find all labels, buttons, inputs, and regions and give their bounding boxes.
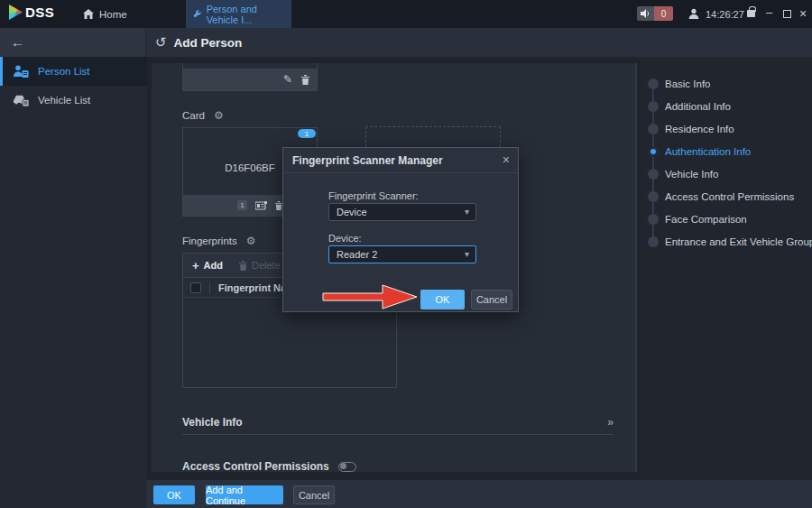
lock-icon[interactable] [747, 10, 755, 17]
access-control-toggle[interactable] [338, 462, 356, 472]
clock-time: 14:26:27 [706, 9, 744, 20]
column-separator [209, 282, 210, 294]
tab-home-label: Home [99, 9, 127, 20]
card-label-text: Card [182, 110, 205, 121]
vehicle-list-icon [14, 95, 29, 106]
sidebar-item-vehicle-list[interactable]: Vehicle List [0, 86, 147, 115]
nav-item-label: Additional Info [665, 101, 731, 112]
nav-item-label: Authentication Info [665, 146, 751, 157]
device-field-label: Device: [328, 233, 362, 244]
fingerprint-scanner-select-value: Device [337, 207, 367, 217]
person-list-icon [14, 65, 29, 78]
card-reader-icon[interactable] [255, 201, 267, 210]
fingerprints-label-text: Fingerprints [182, 236, 237, 246]
delete-trash-icon[interactable] [301, 75, 309, 85]
nav-dot-icon [648, 124, 659, 134]
device-select-value: Reader 2 [337, 249, 377, 260]
add-button-label: Add [204, 260, 223, 271]
delete-button-label: Delete [252, 260, 281, 271]
fingerprint-add-button[interactable]: + Add [192, 259, 223, 272]
alert-count-badge: 0 [654, 6, 673, 21]
card-settings-gear-icon[interactable]: ⚙ [214, 109, 224, 122]
alert-sound-widget[interactable]: 0 [637, 6, 673, 21]
nav-dot-icon [648, 236, 659, 247]
return-icon[interactable]: ↺ [155, 34, 167, 51]
page-header: ← ↺ Add Person [0, 28, 812, 57]
sidebar-header: ← [0, 28, 146, 57]
form-footer-bar: OK Add and Continue Cancel [147, 480, 812, 508]
edit-pencil-icon[interactable]: ✎ [283, 73, 292, 86]
dss-logo-icon [9, 5, 23, 20]
tab-person-and-vehicle[interactable]: Person and Vehicle I... [186, 0, 291, 28]
tab-person-and-vehicle-label: Person and Vehicle I... [207, 4, 284, 25]
add-and-continue-button[interactable]: Add and Continue [206, 485, 283, 504]
nav-dot-icon [648, 191, 659, 202]
ok-button[interactable]: OK [153, 485, 195, 504]
plus-icon: + [192, 259, 199, 272]
fingerprint-scanner-select[interactable]: Device ▾ [328, 203, 476, 221]
home-icon [83, 9, 94, 19]
left-sidebar: Person List Vehicle List [0, 57, 147, 508]
close-window-button[interactable]: × [799, 6, 807, 21]
fingerprint-delete-button[interactable]: Delete [239, 260, 281, 271]
nav-dot-icon [648, 169, 659, 180]
nav-item-label: Access Control Permissions [665, 191, 794, 202]
cancel-button[interactable]: Cancel [293, 485, 335, 504]
nav-dot-active-icon [648, 146, 659, 157]
sidebar-item-label: Vehicle List [38, 95, 90, 106]
dss-logo: DSS [9, 5, 54, 20]
dss-window: DSS Home Person and Vehicle I... 0 14:26… [0, 0, 812, 508]
dss-logo-text: DSS [25, 5, 54, 20]
nav-dot-icon [648, 101, 659, 112]
chevron-down-icon: ▾ [465, 249, 469, 259]
card-delete-trash-icon[interactable] [275, 201, 282, 210]
vertical-scrollbar[interactable] [635, 63, 637, 472]
nav-item-label: Face Comparison [665, 214, 747, 225]
title-bar: DSS Home Person and Vehicle I... 0 14:26… [0, 0, 812, 28]
trash-icon [239, 261, 247, 271]
tab-home[interactable]: Home [76, 0, 134, 28]
minimize-button[interactable]: – [766, 5, 772, 19]
card-section-label: Card ⚙ [182, 109, 224, 122]
access-control-section-title: Access Control Permissions [182, 460, 329, 472]
fingerprints-section-label: Fingerprints ⚙ [182, 235, 255, 247]
card-count-badge: 1 [298, 129, 316, 138]
user-icon[interactable] [688, 8, 699, 19]
fingerprint-scanner-manager-dialog: Fingerprint Scanner Manager × Fingerprin… [282, 147, 519, 312]
nav-item-label: Residence Info [665, 124, 734, 134]
fingerprint-scanner-field-label: Fingerprint Scanner: [328, 190, 419, 201]
dialog-ok-button[interactable]: OK [420, 290, 465, 309]
fingerprints-settings-gear-icon[interactable]: ⚙ [246, 235, 256, 247]
dialog-title: Fingerprint Scanner Manager [292, 154, 443, 167]
speaker-icon [637, 6, 654, 21]
sidebar-item-person-list[interactable]: Person List [0, 57, 147, 86]
back-arrow-icon[interactable]: ← [11, 34, 24, 50]
device-select[interactable]: Reader 2 ▾ [328, 245, 476, 263]
nav-item-label: Entrance and Exit Vehicle Group [665, 236, 812, 247]
nav-item-label: Basic Info [665, 79, 711, 89]
select-all-checkbox[interactable] [190, 282, 201, 293]
page-title: Add Person [174, 36, 243, 50]
right-anchor-nav: Basic Info Additional Info Residence Inf… [641, 57, 812, 480]
main-card-chip-icon[interactable]: 1 [237, 200, 247, 210]
dialog-close-icon[interactable]: × [503, 152, 510, 167]
expand-section-icon[interactable]: » [607, 416, 614, 429]
nav-dot-icon [648, 79, 659, 89]
vehicle-info-section-title: Vehicle Info [182, 416, 243, 429]
sidebar-item-label: Person List [38, 66, 90, 77]
profile-photo-box: ✎ [182, 63, 318, 91]
maximize-button[interactable] [783, 10, 791, 18]
section-divider [182, 434, 614, 435]
wrench-icon [193, 9, 201, 19]
nav-dot-icon [648, 214, 659, 225]
dialog-cancel-button[interactable]: Cancel [471, 290, 512, 309]
chevron-down-icon: ▾ [465, 207, 469, 217]
nav-item-label: Vehicle Info [665, 169, 718, 180]
